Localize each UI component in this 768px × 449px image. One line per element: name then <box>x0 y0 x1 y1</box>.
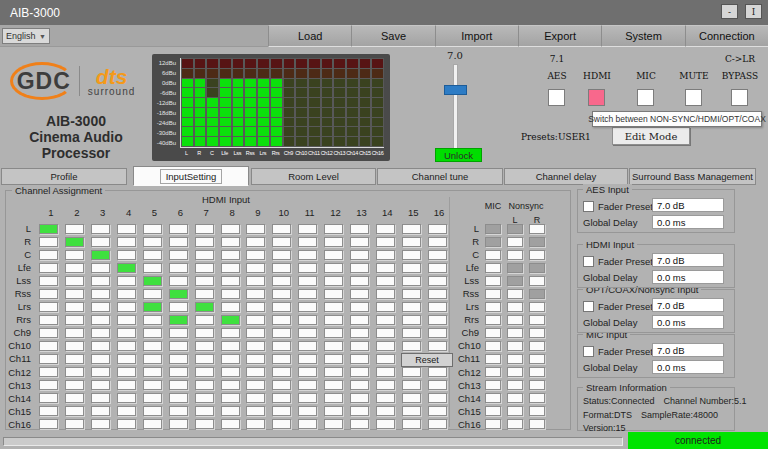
matrix-cell-l-2[interactable] <box>65 224 84 234</box>
matrix-cell-ch12-6[interactable] <box>169 367 188 377</box>
matrix-cell-ch16-4[interactable] <box>117 419 136 429</box>
matrix-cell-lss-7[interactable] <box>195 276 214 286</box>
matrix-cell-lss-3[interactable] <box>91 276 110 286</box>
side-cell-nonsync-l-ch13[interactable] <box>507 380 523 390</box>
matrix-cell-l-11[interactable] <box>298 224 317 234</box>
matrix-cell-r-16[interactable] <box>428 237 447 247</box>
matrix-cell-ch10-14[interactable] <box>376 341 395 351</box>
matrix-cell-ch9-14[interactable] <box>376 328 395 338</box>
matrix-cell-rrs-4[interactable] <box>117 315 136 325</box>
matrix-cell-ch13-11[interactable] <box>298 380 317 390</box>
matrix-cell-l-8[interactable] <box>221 224 240 234</box>
matrix-cell-ch10-3[interactable] <box>91 341 110 351</box>
matrix-cell-c-6[interactable] <box>169 250 188 260</box>
matrix-cell-ch16-10[interactable] <box>272 419 291 429</box>
matrix-cell-rss-16[interactable] <box>428 289 447 299</box>
matrix-cell-ch9-8[interactable] <box>221 328 240 338</box>
matrix-cell-lss-8[interactable] <box>221 276 240 286</box>
side-cell-mic-ch13[interactable] <box>485 380 501 390</box>
menu-button-import[interactable]: Import <box>435 25 518 47</box>
matrix-cell-ch10-2[interactable] <box>65 341 84 351</box>
side-cell-nonsync-l-rss[interactable] <box>507 289 523 299</box>
side-cell-mic-rss[interactable] <box>485 289 501 299</box>
fader-preset-checkbox[interactable] <box>583 201 594 212</box>
matrix-cell-ch14-15[interactable] <box>402 393 421 403</box>
matrix-cell-ch9-11[interactable] <box>298 328 317 338</box>
side-cell-nonsync-r-ch15[interactable] <box>529 406 545 416</box>
matrix-cell-ch12-11[interactable] <box>298 367 317 377</box>
matrix-cell-rss-4[interactable] <box>117 289 136 299</box>
matrix-cell-lrs-10[interactable] <box>272 302 291 312</box>
fader-preset-checkbox[interactable] <box>583 256 594 267</box>
matrix-cell-ch10-16[interactable] <box>428 341 447 351</box>
matrix-cell-c-16[interactable] <box>428 250 447 260</box>
matrix-cell-ch16-16[interactable] <box>428 419 447 429</box>
matrix-cell-l-7[interactable] <box>195 224 214 234</box>
menu-button-load[interactable]: Load <box>268 25 351 47</box>
matrix-cell-lss-12[interactable] <box>324 276 343 286</box>
matrix-cell-ch13-7[interactable] <box>195 380 214 390</box>
toggle-checkbox-mute[interactable] <box>685 89 702 106</box>
matrix-cell-lss-9[interactable] <box>246 276 265 286</box>
matrix-cell-lss-5[interactable] <box>143 276 162 286</box>
side-cell-nonsync-l-r[interactable] <box>507 237 523 247</box>
matrix-cell-rrs-10[interactable] <box>272 315 291 325</box>
toggle-checkbox-mic[interactable] <box>637 89 654 106</box>
side-cell-nonsync-l-ch9[interactable] <box>507 328 523 338</box>
side-cell-nonsync-r-r[interactable] <box>529 237 545 247</box>
matrix-cell-ch15-4[interactable] <box>117 406 136 416</box>
unlock-button[interactable]: Unlock <box>435 148 482 162</box>
matrix-cell-ch13-9[interactable] <box>246 380 265 390</box>
matrix-cell-lrs-14[interactable] <box>376 302 395 312</box>
matrix-cell-ch10-10[interactable] <box>272 341 291 351</box>
fader-preset-value[interactable]: 7.0 dB <box>652 198 724 212</box>
matrix-cell-lfe-10[interactable] <box>272 263 291 273</box>
matrix-cell-c-7[interactable] <box>195 250 214 260</box>
matrix-cell-lss-16[interactable] <box>428 276 447 286</box>
matrix-cell-ch11-14[interactable] <box>376 354 395 364</box>
tab-surround-bass-management[interactable]: Surround Bass Management <box>629 168 756 185</box>
matrix-cell-r-10[interactable] <box>272 237 291 247</box>
matrix-cell-ch13-6[interactable] <box>169 380 188 390</box>
matrix-cell-rss-14[interactable] <box>376 289 395 299</box>
matrix-cell-ch9-2[interactable] <box>65 328 84 338</box>
matrix-cell-lrs-13[interactable] <box>350 302 369 312</box>
matrix-cell-c-13[interactable] <box>350 250 369 260</box>
menu-button-connection[interactable]: Connection <box>685 25 768 47</box>
matrix-cell-rss-5[interactable] <box>143 289 162 299</box>
matrix-cell-ch15-2[interactable] <box>65 406 84 416</box>
matrix-cell-ch14-6[interactable] <box>169 393 188 403</box>
matrix-cell-ch11-5[interactable] <box>143 354 162 364</box>
matrix-cell-lrs-5[interactable] <box>143 302 162 312</box>
side-cell-nonsync-r-c[interactable] <box>529 250 545 260</box>
matrix-cell-ch11-4[interactable] <box>117 354 136 364</box>
side-cell-nonsync-r-ch11[interactable] <box>529 354 545 364</box>
side-cell-nonsync-l-lrs[interactable] <box>507 302 523 312</box>
matrix-cell-rss-13[interactable] <box>350 289 369 299</box>
matrix-cell-lfe-16[interactable] <box>428 263 447 273</box>
matrix-cell-r-3[interactable] <box>91 237 110 247</box>
volume-slider-track[interactable] <box>453 64 458 149</box>
matrix-cell-ch10-12[interactable] <box>324 341 343 351</box>
matrix-cell-ch16-7[interactable] <box>195 419 214 429</box>
matrix-cell-rss-8[interactable] <box>221 289 240 299</box>
side-cell-nonsync-l-ch10[interactable] <box>507 341 523 351</box>
matrix-cell-rrs-3[interactable] <box>91 315 110 325</box>
reset-button[interactable]: Reset <box>401 353 453 367</box>
matrix-cell-c-8[interactable] <box>221 250 240 260</box>
matrix-cell-l-1[interactable] <box>39 224 58 234</box>
matrix-cell-ch16-2[interactable] <box>65 419 84 429</box>
matrix-cell-ch9-13[interactable] <box>350 328 369 338</box>
matrix-cell-ch9-16[interactable] <box>428 328 447 338</box>
matrix-cell-ch11-9[interactable] <box>246 354 265 364</box>
matrix-cell-lfe-15[interactable] <box>402 263 421 273</box>
matrix-cell-lrs-16[interactable] <box>428 302 447 312</box>
matrix-cell-r-4[interactable] <box>117 237 136 247</box>
global-delay-value[interactable]: 0.0 ms <box>652 315 724 329</box>
matrix-cell-l-13[interactable] <box>350 224 369 234</box>
side-cell-mic-ch9[interactable] <box>485 328 501 338</box>
matrix-cell-rrs-2[interactable] <box>65 315 84 325</box>
matrix-cell-lfe-6[interactable] <box>169 263 188 273</box>
matrix-cell-ch9-1[interactable] <box>39 328 58 338</box>
matrix-cell-rrs-16[interactable] <box>428 315 447 325</box>
